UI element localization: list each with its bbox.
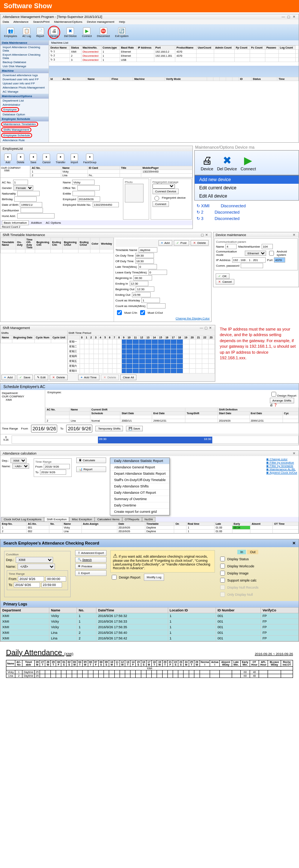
- stt-f-0[interactable]: [139, 247, 157, 252]
- dm-name[interactable]: [225, 244, 237, 249]
- log-row[interactable]: XIMILina22016/9/26 17:56:401001FP: [1, 630, 299, 636]
- emp-col[interactable]: Mobile/Pager: [141, 166, 192, 170]
- sched-help-icon[interactable]: ❓: [274, 403, 277, 407]
- ml-row[interactable]: ↻ 1XIMIDisconnected1Ethernet192.168.0.24…: [49, 50, 299, 54]
- in-name[interactable]: [72, 180, 95, 185]
- in-acno[interactable]: [13, 180, 28, 185]
- sched-col1[interactable]: Name: [70, 408, 90, 412]
- machine-list-tab[interactable]: Machine-List: [49, 40, 299, 46]
- ml-col[interactable]: ProductName: [175, 46, 197, 50]
- stt-col[interactable]: Time Off-duty Time: [25, 238, 35, 249]
- ac-tab[interactable]: Calculated Items: [95, 517, 122, 522]
- log-row[interactable]: XIMIVicky12016/9/26 17:56:321001FP: [1, 613, 299, 619]
- sm-delete[interactable]: Delete: [50, 375, 68, 380]
- maximize-icon[interactable]: ▢: [286, 15, 291, 19]
- menu-attendance[interactable]: Attendance: [13, 20, 28, 24]
- stt-col[interactable]: Timetable Name: [1, 238, 16, 249]
- ml-col[interactable]: Fp Count: [235, 46, 250, 50]
- menu-data[interactable]: Data: [3, 20, 9, 24]
- emp-row[interactable]: 2LinaFe..: [31, 174, 192, 177]
- sr-chk-2[interactable]: [220, 571, 225, 576]
- rm-item[interactable]: Daily Attendance Shifts: [110, 483, 169, 490]
- tb-connect[interactable]: ▶Connect: [80, 27, 93, 38]
- ml-col[interactable]: MachineNo.: [81, 46, 101, 50]
- ac-gcol[interactable]: Early: [232, 522, 250, 526]
- bg-col[interactable]: ID: [239, 77, 252, 81]
- ac-tab[interactable]: Clock In/Out Log Exceptions: [1, 517, 44, 522]
- dd-add-device[interactable]: Add new device: [195, 176, 299, 184]
- stt-col[interactable]: Beginning C/Out: [62, 238, 78, 249]
- sr-adv-btn[interactable]: ⇪Advanced Export: [75, 550, 107, 556]
- ac-sidelink[interactable]: ◉ Change color: [266, 458, 287, 461]
- fp-radio[interactable]: [154, 196, 159, 201]
- stt-f-9[interactable]: [141, 298, 160, 303]
- sched-col2[interactable]: TempShift: [185, 412, 218, 415]
- connect-device-btn[interactable]: Connect Device: [152, 189, 179, 194]
- ac-sidelink[interactable]: ◉ Maintenance AL/BL: [266, 468, 296, 471]
- tb-deldevice[interactable]: ✖Del Device: [62, 27, 78, 38]
- menu-search-print[interactable]: Search/Print: [33, 20, 49, 24]
- ml-col[interactable]: Baud Rate: [120, 46, 136, 50]
- ac-gcol[interactable]: OT Time: [273, 522, 299, 526]
- tree-usb[interactable]: Usb Disk Manage: [0, 64, 49, 68]
- dm-ok-btn[interactable]: OK: [216, 273, 229, 279]
- big-connect-btn[interactable]: ▶Connect: [241, 154, 256, 171]
- stt-add-btn[interactable]: Add: [158, 240, 172, 246]
- emp-col[interactable]: Title: [120, 166, 141, 170]
- photo-placeholder[interactable]: [125, 184, 144, 202]
- bg-col[interactable]: [207, 77, 213, 81]
- stt-must-cin[interactable]: [117, 310, 122, 315]
- big-device-btn[interactable]: 🖨Device: [201, 154, 213, 171]
- ac-gcol[interactable]: AC-No.: [27, 522, 49, 526]
- sm-deltime[interactable]: Delete: [101, 375, 119, 380]
- in-otel[interactable]: [77, 185, 100, 190]
- sm-lcol[interactable]: Cycle Unit: [51, 336, 67, 340]
- ml-col[interactable]: Admin Count: [214, 46, 234, 50]
- sr-dep[interactable]: XIMI: [16, 557, 53, 563]
- dm-cancel-btn[interactable]: Cancel: [216, 279, 234, 285]
- in-employed[interactable]: [78, 196, 100, 202]
- in-dob[interactable]: [20, 202, 42, 207]
- dm-port[interactable]: [274, 257, 285, 263]
- sr-search-btn[interactable]: 🔍Search: [75, 557, 107, 562]
- sched-col1[interactable]: Shift Definition: [218, 408, 298, 412]
- tree-backup[interactable]: Backup Database: [0, 60, 49, 64]
- log-row[interactable]: XIMIVicky12016/9/26 17:56:351001FP: [1, 624, 299, 630]
- sched-design-chk[interactable]: [271, 392, 276, 397]
- tab-addition[interactable]: Addition: [30, 221, 43, 225]
- ac-calc-btn[interactable]: 🖩Calculate: [76, 458, 106, 463]
- sched-col2[interactable]: Schedule: [90, 412, 120, 415]
- sched-row[interactable]: 1VickyNormal2000/1/12999/12/312016/9/262…: [46, 415, 299, 419]
- ml-col[interactable]: Log Count: [278, 46, 296, 50]
- sm-save[interactable]: Save: [17, 375, 33, 380]
- sr-to[interactable]: [14, 582, 40, 588]
- sched-col2[interactable]: End Date: [249, 412, 283, 415]
- tree-dept[interactable]: Department List: [0, 99, 49, 103]
- ac-gcol[interactable]: Name: [62, 522, 81, 526]
- menu-help[interactable]: Help: [119, 20, 125, 24]
- tree-dllogs[interactable]: Download attendance logs: [0, 73, 49, 77]
- ac-close[interactable]: ✕: [292, 452, 296, 455]
- stt-col[interactable]: Color: [90, 238, 99, 249]
- tree-dluser[interactable]: Download user info and FP: [0, 77, 49, 81]
- ac-sidelink[interactable]: ◉ Filter by exception: [266, 461, 294, 464]
- stt-col[interactable]: Beginning C/In: [35, 238, 51, 249]
- bg-col[interactable]: Ac-No: [61, 77, 86, 81]
- sr-chk-4[interactable]: [220, 585, 225, 590]
- rm-item[interactable]: Daily Attendance OT Report: [110, 490, 169, 496]
- sm-lcol[interactable]: Cycle Num: [34, 336, 51, 340]
- bg-col[interactable]: [226, 77, 232, 81]
- ml-col[interactable]: Passwo: [265, 46, 278, 50]
- tree-import[interactable]: Import Attendance Checking Data: [0, 45, 49, 53]
- tr-save-btn[interactable]: 💾Save: [126, 426, 142, 431]
- sched-arrange-btn[interactable]: Arrange Shifts: [270, 398, 294, 403]
- stt-close[interactable]: ✕: [204, 233, 209, 237]
- ac-to[interactable]: [40, 469, 66, 475]
- stt-f-1[interactable]: [135, 253, 154, 258]
- sr-modify-btn[interactable]: Modify Log: [144, 574, 164, 581]
- ac-tab[interactable]: OTReports: [122, 517, 142, 522]
- log-row[interactable]: XIMILina22016/9/26 17:56:421001FP: [1, 636, 299, 641]
- emp-col[interactable]: Name: [61, 166, 87, 170]
- bg-col[interactable]: [213, 77, 220, 81]
- sr-export-btn[interactable]: ⇩Export: [75, 570, 107, 576]
